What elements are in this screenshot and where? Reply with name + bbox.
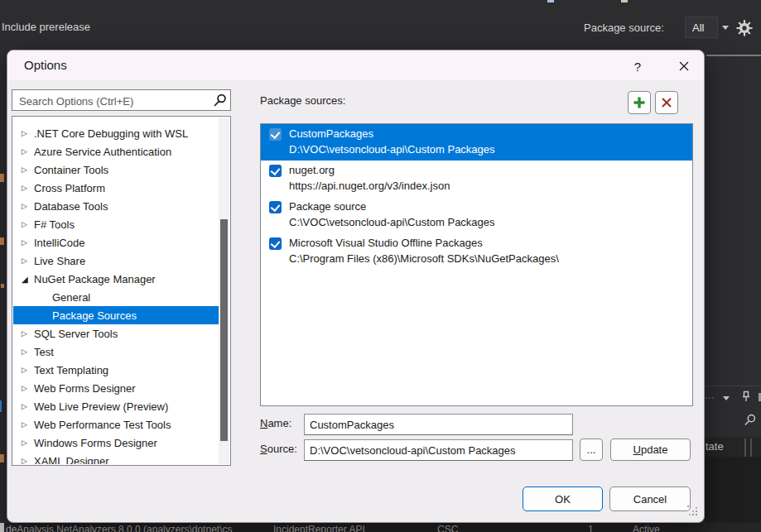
tree-item-label: Azure Service Authentication [34,146,171,158]
name-field[interactable] [304,414,573,435]
tree-item[interactable]: Container Tools [13,161,219,179]
tree-item-package-sources[interactable]: Package Sources [13,306,219,324]
checkbox-checked-icon[interactable] [269,201,282,213]
tree-item[interactable]: Azure Service Authentication [13,142,219,161]
tree-item-label: Package Sources [52,309,137,322]
tree-item-label: NuGet Package Manager [34,273,156,285]
tree-item-nuget-package-manager[interactable]: NuGet Package Manager [13,270,219,288]
chevron-right-icon [22,202,34,210]
package-source-row[interactable]: CustomPackages D:\VOC\vetsoncloud-api\Cu… [261,124,692,161]
error-list-body [705,457,761,523]
tree-item[interactable]: Windows Forms Designer [13,434,219,452]
package-sources-label: Package sources: [260,94,345,107]
pin-icon[interactable] [739,390,753,403]
toolbar-icon-fragment [547,0,554,2]
update-button[interactable]: Update [610,439,691,461]
close-icon [678,60,690,72]
package-source-name: CustomPackages [289,127,373,140]
error-list-header: tate [705,437,761,457]
search-input[interactable] [17,91,207,111]
code-fragment [0,237,4,245]
search-icon [212,93,226,108]
checkbox-checked-icon[interactable] [269,128,282,141]
plus-icon [633,96,646,109]
package-source-dropdown[interactable]: All [685,17,718,38]
chevron-right-icon [22,402,34,410]
code-fragment [1,284,4,288]
tree-item[interactable]: Web Forms Designer [13,379,219,397]
panel-divider [705,386,761,386]
tree-item[interactable]: IntelliCode [13,233,219,252]
tree-item-general[interactable]: General [13,288,219,306]
tree-item-label: Windows Forms Designer [34,437,157,449]
tree-item-label: Cross Platform [34,182,105,194]
tree-item[interactable]: Web Performance Test Tools [13,415,219,434]
tree-item-label: Web Live Preview (Preview) [34,400,168,413]
source-field[interactable] [304,439,573,461]
tree-scrollbar[interactable] [219,117,229,464]
column-divider [750,439,752,457]
tree-item[interactable]: XAML Designer [13,452,219,464]
cancel-button[interactable]: Cancel [609,486,691,511]
ok-button[interactable]: OK [523,486,603,511]
tree-item-label: XAML Designer [34,455,109,465]
chevron-down-icon [722,26,729,30]
chevron-right-icon [22,457,34,464]
package-source-dropdown-value: All [692,22,704,34]
code-fragment [0,174,4,182]
chevron-down-icon[interactable] [723,396,730,400]
chevron-right-icon [22,238,34,247]
tree-item-label: Container Tools [34,164,108,176]
column-header-partial: tate [706,440,724,453]
close-button[interactable] [673,56,695,76]
chevron-right-icon [22,129,34,137]
search-icon[interactable] [743,414,756,427]
tree-item[interactable]: Cross Platform [13,179,219,197]
code-fragment [0,400,2,412]
browse-button[interactable]: ... [580,439,603,461]
tree-item[interactable]: SQL Server Tools [13,324,219,343]
remove-source-button[interactable] [655,91,678,114]
checkbox-checked-icon[interactable] [269,237,282,250]
options-dialog: Options ? .NET Core Debugging with WSL A… [7,50,705,523]
x-icon [661,97,672,108]
include-prerelease-label[interactable]: Include prerelease [2,21,90,33]
tree-item[interactable]: .NET Core Debugging with WSL [13,124,219,142]
package-source-name: Package source [289,200,366,213]
checkbox-checked-icon[interactable] [269,165,282,177]
tree-item[interactable]: Web Live Preview (Preview) [13,397,219,415]
tree-item-label: IntelliCode [34,237,84,249]
options-search-box [12,89,231,111]
tree-item[interactable]: F# Tools [13,215,219,233]
tree-item[interactable]: Live Share [13,252,219,270]
tree-item[interactable]: Text Templating [13,361,219,379]
chevron-right-icon [22,147,34,156]
chevron-right-icon [22,165,34,174]
drag-handle-dots [706,397,707,399]
tree-item-label: .NET Core Debugging with WSL [34,127,188,140]
dialog-titlebar[interactable] [7,50,704,80]
package-source-row[interactable]: Package source C:\VOC\vetsoncloud-api\Cu… [261,197,692,233]
package-source-row[interactable]: Microsoft Visual Studio Offline Packages… [261,233,692,270]
tree-item-label: Live Share [34,255,85,267]
add-source-button[interactable] [628,91,651,114]
source-label: Source: [260,443,297,455]
package-source-row[interactable]: nuget.org https://api.nuget.org/v3/index… [261,161,692,197]
column-divider [744,439,746,457]
dialog-title: Options [24,58,67,72]
error-file: CSC [437,524,458,532]
tree-item-label: Database Tools [34,200,108,213]
chevron-expanded-icon [22,275,34,284]
clipped-fragment [0,523,4,532]
tree-item[interactable]: Database Tools [13,197,219,215]
ok-button-label: OK [555,493,571,506]
chevron-right-icon [22,184,34,192]
resize-grip[interactable] [687,506,699,517]
scrollbar-thumb[interactable] [220,219,228,441]
gear-icon[interactable] [735,19,754,37]
help-button[interactable]: ? [627,56,648,76]
chevron-right-icon [22,420,34,429]
tree-item[interactable]: Test [13,343,219,361]
error-list-row[interactable]: deAnalysis.NetAnalyzers.8.0.0 (analyzers… [0,523,761,532]
panel-top-edge [706,55,761,56]
